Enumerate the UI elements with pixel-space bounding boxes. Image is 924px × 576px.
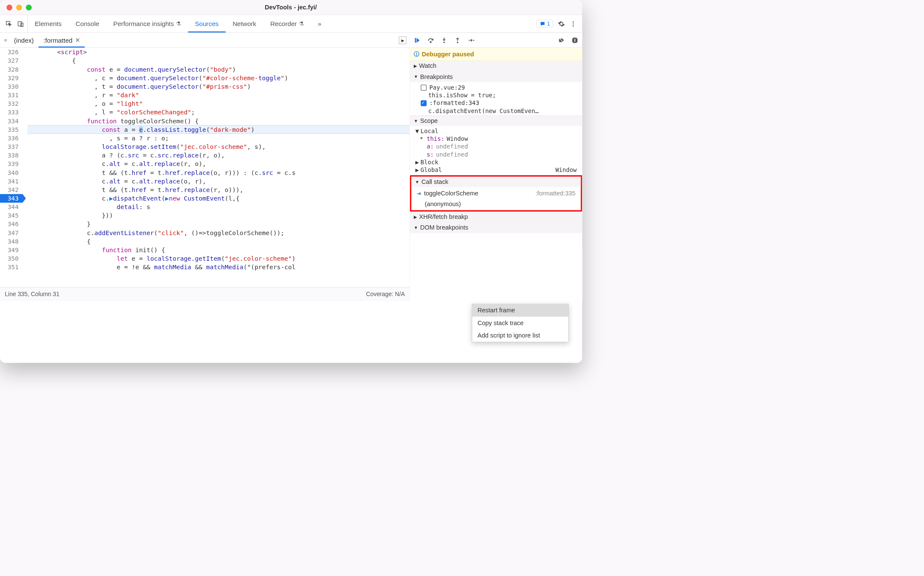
chevron-down-icon: ▼	[414, 74, 418, 79]
window-title: DevTools - jec.fyi/	[32, 4, 550, 11]
deactivate-breakpoints-icon[interactable]	[558, 37, 565, 44]
scope-local[interactable]: ▼Local	[410, 127, 582, 135]
chat-icon	[540, 21, 546, 27]
checkbox-checked[interactable]	[421, 100, 427, 106]
kebab-menu-icon[interactable]	[570, 20, 576, 27]
watch-section-header[interactable]: ▶Watch	[410, 61, 582, 71]
issues-badge[interactable]: 1	[537, 20, 553, 28]
svg-rect-1	[18, 21, 21, 26]
settings-icon[interactable]	[558, 20, 565, 27]
pause-on-exceptions-icon[interactable]	[571, 37, 578, 44]
tab-network[interactable]: Network	[225, 15, 263, 32]
step-into-icon[interactable]	[441, 37, 447, 44]
svg-point-10	[457, 41, 458, 43]
debugger-paused-banner: ⓘ Debugger paused	[410, 48, 582, 61]
tab-performance-insights[interactable]: Performance insights⚗	[106, 15, 188, 32]
callstack-section-header[interactable]: ▼Call stack	[411, 177, 581, 187]
breakpoints-section-header[interactable]: ▼Breakpoints	[410, 72, 582, 82]
tab-sources[interactable]: Sources	[188, 15, 225, 32]
chevron-right-icon: ▶	[414, 214, 417, 219]
traffic-lights	[0, 4, 32, 10]
xhr-breakpoints-section-header[interactable]: ▶XHR/fetch breakp	[410, 212, 582, 222]
breakpoint-item[interactable]: Pay.vue:29	[410, 83, 582, 92]
callstack-frame[interactable]: ➔ toggleColorScheme :formatted:335	[411, 188, 581, 199]
scope-global[interactable]: ▶GlobalWindow	[410, 166, 582, 174]
svg-point-11	[473, 40, 474, 41]
coverage-status: Coverage: N/A	[366, 291, 405, 297]
editor-file-tabs: (index) :formatted ✕ ▶	[0, 33, 409, 48]
navigator-toggle-icon[interactable]	[2, 37, 9, 44]
svg-rect-7	[415, 38, 416, 43]
editor-pane: (index) :formatted ✕ ▶ 32632732832933033…	[0, 33, 410, 301]
breakpoint-item[interactable]: :formatted:343	[410, 99, 582, 108]
close-window-button[interactable]	[6, 4, 12, 10]
scope-block[interactable]: ▶Block	[410, 158, 582, 166]
tab-elements[interactable]: Elements	[28, 15, 69, 32]
step-out-icon[interactable]	[454, 37, 461, 44]
svg-rect-13	[575, 39, 576, 42]
minimize-window-button[interactable]	[16, 4, 22, 10]
scope-var-a[interactable]: a: undefined	[410, 143, 582, 151]
titlebar: DevTools - jec.fyi/	[0, 0, 582, 15]
inspect-element-icon[interactable]	[6, 20, 12, 27]
device-toolbar-icon[interactable]	[17, 20, 24, 27]
debugger-sidebar: ⓘ Debugger paused ▶Watch ▼Breakpoints Pa…	[410, 33, 582, 301]
breakpoint-code: this.isShow = true;	[410, 92, 582, 99]
resume-icon[interactable]	[414, 37, 421, 44]
svg-rect-12	[574, 39, 575, 42]
context-menu: Restart frame Copy stack trace Add scrip…	[472, 304, 569, 342]
debugger-toolbar	[410, 33, 582, 48]
panel-tabs: Elements Console Performance insights⚗ S…	[0, 15, 582, 33]
devtools-window: DevTools - jec.fyi/ Elements Console Per…	[0, 0, 582, 363]
current-frame-icon: ➔	[417, 190, 421, 197]
menu-add-to-ignore-list[interactable]: Add script to ignore list	[472, 329, 569, 342]
menu-restart-frame[interactable]: Restart frame	[472, 304, 569, 317]
dom-breakpoints-section-header[interactable]: ▼DOM breakpoints	[410, 222, 582, 233]
breakpoint-code: c.dispatchEvent(new CustomEven…	[410, 108, 582, 114]
scope-var-this[interactable]: ▶this: Window	[410, 135, 582, 143]
scope-section-header[interactable]: ▼Scope	[410, 116, 582, 126]
editor-status-bar: Line 335, Column 31 Coverage: N/A	[0, 287, 409, 301]
chevron-right-icon: ▶	[415, 167, 419, 174]
svg-point-8	[430, 41, 431, 43]
chevron-down-icon: ▼	[414, 225, 418, 230]
chevron-right-icon: ▶	[414, 64, 417, 69]
svg-point-5	[573, 25, 574, 26]
step-over-icon[interactable]	[427, 37, 434, 44]
cursor-position: Line 335, Column 31	[5, 291, 59, 297]
close-tab-icon[interactable]: ✕	[75, 37, 80, 44]
scope-var-s[interactable]: s: undefined	[410, 151, 582, 158]
info-icon: ⓘ	[414, 50, 419, 58]
menu-copy-stack-trace[interactable]: Copy stack trace	[472, 317, 569, 329]
snippet-run-icon[interactable]: ▶	[399, 36, 406, 44]
chevron-down-icon: ▼	[414, 119, 418, 123]
callstack-highlighted-region: ▼Call stack ➔ toggleColorScheme :formatt…	[410, 175, 582, 212]
chevron-right-icon: ▶	[415, 159, 419, 166]
step-icon[interactable]	[468, 37, 474, 44]
tabs-overflow[interactable]: »	[311, 15, 328, 32]
file-tab-index[interactable]: (index)	[9, 33, 38, 48]
tab-recorder[interactable]: Recorder⚗	[263, 15, 311, 32]
maximize-window-button[interactable]	[26, 4, 32, 10]
file-tab-formatted[interactable]: :formatted ✕	[38, 33, 85, 48]
code-editor[interactable]: 3263273283293303313323333343353363373383…	[0, 48, 409, 287]
chevron-down-icon: ▼	[415, 180, 419, 184]
svg-point-9	[443, 41, 444, 43]
flask-icon: ⚗	[176, 20, 181, 27]
chevron-down-icon: ▼	[415, 128, 419, 134]
flask-icon: ⚗	[299, 20, 304, 27]
checkbox-unchecked[interactable]	[421, 84, 427, 90]
svg-point-3	[573, 21, 574, 23]
svg-point-4	[573, 23, 574, 24]
tab-console[interactable]: Console	[69, 15, 106, 32]
callstack-frame[interactable]: (anonymous)	[411, 199, 581, 209]
